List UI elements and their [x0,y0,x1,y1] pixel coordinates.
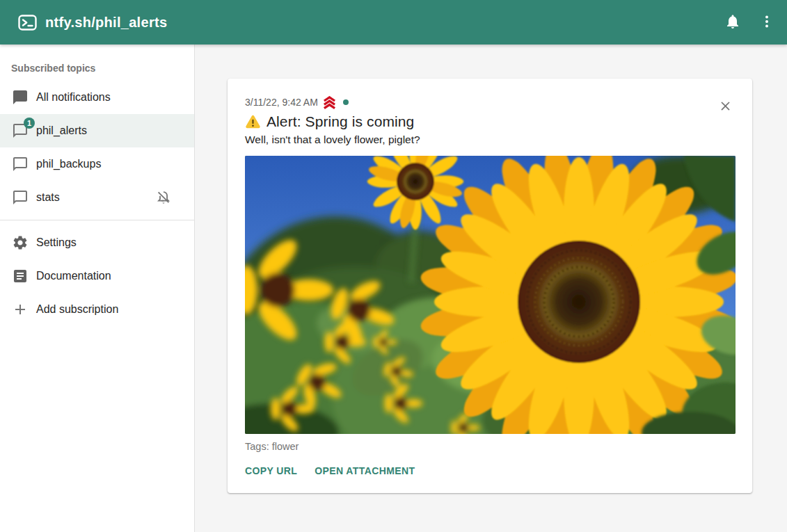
overflow-menu-button[interactable] [753,8,781,36]
app-bar: ntfy.sh/phil_alerts [0,0,787,45]
notification-title-row: Alert: Spring is coming [245,113,735,130]
sidebar-item-label: phil_alerts [36,124,87,137]
sidebar-item-label: Documentation [36,270,111,282]
unread-dot [343,99,349,105]
sidebar-item-phil-backups[interactable]: phil_backups [0,147,194,181]
chat-bubble-outline-icon: 1 [12,122,29,139]
close-notification-button[interactable] [713,95,737,119]
sidebar-item-label: Add subscription [36,303,118,316]
notification-meta-row: 3/11/22, 9:42 AM [245,95,735,109]
sidebar-item-label: All notifications [36,91,111,104]
sidebar-item-phil-alerts[interactable]: 1 phil_alerts [0,114,194,147]
notifications-bell-button[interactable] [719,8,747,36]
sidebar-item-label: stats [36,191,60,204]
sidebar-item-add-subscription[interactable]: Add subscription [0,293,194,326]
subscribed-topics-label: Subscribed topics [0,60,194,76]
chat-bubble-filled-icon [12,89,29,106]
more-vert-icon [758,13,775,32]
notification-card: 3/11/22, 9:42 AM [228,79,752,493]
article-icon [12,268,29,284]
bell-icon [724,13,741,32]
gear-icon [12,234,29,251]
chat-bubble-outline-icon [12,156,29,172]
sidebar: Subscribed topics All notifications 1 ph… [0,45,195,532]
sidebar-item-label: phil_backups [36,158,101,170]
copy-url-button[interactable]: COPY URL [239,458,303,483]
notification-title: Alert: Spring is coming [267,113,414,130]
sidebar-item-stats[interactable]: stats [0,181,194,214]
unread-count-badge: 1 [24,118,35,129]
notification-timestamp: 3/11/22, 9:42 AM [245,97,318,108]
sidebar-item-label: Settings [36,236,77,249]
notifications-off-icon [155,189,172,206]
sidebar-item-documentation[interactable]: Documentation [0,259,194,293]
app-title: ntfy.sh/phil_alerts [45,15,167,31]
close-x-icon [718,99,733,115]
notification-body: Well, isn't that a lovely flower, piglet… [245,134,735,146]
priority-max-icon [322,96,337,109]
open-attachment-button[interactable]: OPEN ATTACHMENT [309,458,420,483]
notification-tags: Tags: flower [245,441,735,452]
sidebar-item-settings[interactable]: Settings [0,226,194,259]
plus-icon [12,301,29,318]
main-content: 3/11/22, 9:42 AM [195,45,787,532]
sidebar-item-all-notifications[interactable]: All notifications [0,81,194,114]
sidebar-divider [0,220,194,220]
chat-bubble-outline-icon [12,189,29,206]
attachment-image[interactable] [245,156,736,434]
terminal-logo-icon [18,13,37,32]
notification-actions: COPY URL OPEN ATTACHMENT [239,458,735,483]
warning-emoji [245,114,261,129]
